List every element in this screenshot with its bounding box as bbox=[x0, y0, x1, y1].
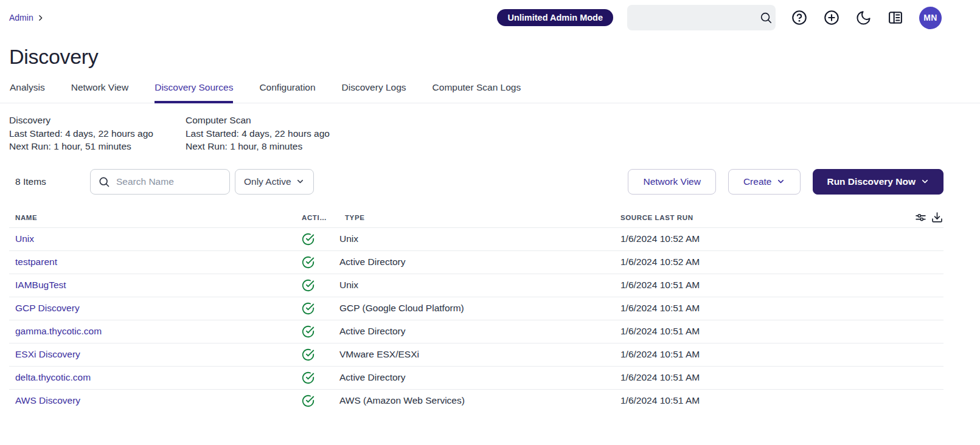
chevron-down-icon bbox=[776, 177, 785, 186]
source-type: Active Directory bbox=[339, 326, 620, 337]
column-header-type[interactable]: TYPE bbox=[339, 214, 620, 221]
export-button[interactable] bbox=[931, 211, 944, 224]
check-circle-icon bbox=[302, 302, 315, 315]
schedule-block-discovery: DiscoveryLast Started: 4 days, 22 hours … bbox=[9, 114, 186, 153]
check-circle-icon bbox=[302, 325, 315, 338]
tab-discovery-sources[interactable]: Discovery Sources bbox=[155, 76, 233, 103]
source-type: AWS (Amazon Web Services) bbox=[339, 395, 620, 406]
moon-icon bbox=[855, 10, 872, 26]
check-circle-icon bbox=[302, 256, 315, 269]
create-new-button[interactable] bbox=[823, 9, 840, 26]
search-icon bbox=[759, 11, 773, 24]
tab-network-view[interactable]: Network View bbox=[71, 76, 128, 103]
source-last-run: 1/6/2024 10:51 AM bbox=[620, 395, 903, 406]
column-header-active[interactable]: ACTI… bbox=[296, 214, 339, 221]
tab-analysis[interactable]: Analysis bbox=[10, 76, 45, 103]
search-icon bbox=[98, 176, 110, 188]
source-name-link[interactable]: GCP Discovery bbox=[15, 303, 80, 313]
schedule-summary: DiscoveryLast Started: 4 days, 22 hours … bbox=[9, 114, 980, 153]
only-active-filter[interactable]: Only Active bbox=[235, 169, 314, 195]
items-count: 8 Items bbox=[15, 176, 90, 187]
source-type: Unix bbox=[339, 280, 620, 291]
schedule-last-started: Last Started: 4 days, 22 hours ago bbox=[186, 127, 362, 140]
source-last-run: 1/6/2024 10:51 AM bbox=[620, 326, 903, 337]
source-last-run: 1/6/2024 10:52 AM bbox=[620, 257, 903, 267]
source-last-run: 1/6/2024 10:51 AM bbox=[620, 349, 903, 360]
run-discovery-now-label: Run Discovery Now bbox=[827, 176, 916, 187]
source-name-link[interactable]: testparent bbox=[15, 257, 57, 267]
create-button[interactable]: Create bbox=[728, 169, 801, 195]
source-last-run: 1/6/2024 10:52 AM bbox=[620, 233, 903, 244]
create-button-label: Create bbox=[743, 176, 772, 187]
check-circle-icon bbox=[302, 371, 315, 384]
source-name-link[interactable]: delta.thycotic.com bbox=[15, 372, 91, 382]
network-view-button[interactable]: Network View bbox=[628, 169, 715, 195]
source-name-link[interactable]: AWS Discovery bbox=[15, 395, 80, 405]
source-last-run: 1/6/2024 10:51 AM bbox=[620, 372, 903, 383]
only-active-filter-label: Only Active bbox=[244, 176, 291, 187]
global-search-box[interactable] bbox=[627, 5, 776, 30]
tab-configuration[interactable]: Configuration bbox=[259, 76, 315, 103]
schedule-title: Discovery bbox=[9, 114, 186, 127]
tab-computer-scan-logs[interactable]: Computer Scan Logs bbox=[433, 76, 521, 103]
column-filter-icon bbox=[914, 211, 927, 224]
plus-circle-icon bbox=[823, 9, 840, 26]
schedule-next-run: Next Run: 1 hour, 51 minutes bbox=[9, 140, 186, 153]
column-header-source-last-run[interactable]: SOURCE LAST RUN bbox=[620, 214, 903, 221]
table-row: UnixUnix1/6/2024 10:52 AM bbox=[9, 227, 944, 250]
table-row: ESXi DiscoveryVMware ESX/ESXi1/6/2024 10… bbox=[9, 343, 944, 366]
source-type: GCP (Google Cloud Platform) bbox=[339, 303, 620, 314]
source-name-link[interactable]: gamma.thycotic.com bbox=[15, 326, 102, 336]
check-circle-icon bbox=[302, 348, 315, 361]
schedule-next-run: Next Run: 1 hour, 8 minutes bbox=[186, 140, 362, 153]
name-search-input[interactable] bbox=[115, 176, 223, 188]
breadcrumb-admin-link[interactable]: Admin bbox=[9, 13, 33, 22]
breadcrumb[interactable]: Admin bbox=[9, 13, 44, 22]
source-type: Unix bbox=[339, 233, 620, 244]
tab-discovery-logs[interactable]: Discovery Logs bbox=[342, 76, 406, 103]
topbar: Admin Unlimited Admin Mode bbox=[0, 0, 980, 35]
chevron-right-icon bbox=[36, 14, 44, 22]
chevron-down-icon bbox=[920, 177, 930, 186]
column-settings-button[interactable] bbox=[914, 211, 927, 224]
dark-mode-toggle[interactable] bbox=[855, 10, 872, 26]
chevron-down-icon bbox=[296, 177, 305, 186]
discovery-sources-table: NAME ACTI… TYPE SOURCE LAST RUN UnixUnix… bbox=[0, 208, 980, 412]
page-title: Discovery bbox=[9, 45, 980, 69]
name-search-box[interactable] bbox=[90, 169, 230, 195]
source-name-link[interactable]: ESXi Discovery bbox=[15, 349, 80, 359]
source-last-run: 1/6/2024 10:51 AM bbox=[620, 280, 903, 291]
table-row: AWS DiscoveryAWS (Amazon Web Services)1/… bbox=[9, 389, 944, 412]
schedule-title: Computer Scan bbox=[186, 114, 362, 127]
help-icon bbox=[791, 9, 808, 26]
run-discovery-now-button[interactable]: Run Discovery Now bbox=[813, 169, 944, 195]
source-type: VMware ESX/ESXi bbox=[339, 349, 620, 360]
global-search-input[interactable] bbox=[636, 12, 759, 24]
table-header-row: NAME ACTI… TYPE SOURCE LAST RUN bbox=[9, 208, 944, 227]
check-circle-icon bbox=[302, 395, 315, 407]
schedule-block-computer-scan: Computer ScanLast Started: 4 days, 22 ho… bbox=[186, 114, 362, 153]
table-row: IAMBugTestUnix1/6/2024 10:51 AM bbox=[9, 274, 944, 297]
unlimited-admin-mode-badge[interactable]: Unlimited Admin Mode bbox=[497, 9, 613, 26]
side-panel-toggle[interactable] bbox=[887, 9, 904, 26]
download-icon bbox=[931, 211, 944, 224]
table-row: delta.thycotic.comActive Directory1/6/20… bbox=[9, 366, 944, 389]
source-name-link[interactable]: Unix bbox=[15, 233, 34, 244]
table-toolbar: 8 Items Only Active Network View Create … bbox=[0, 169, 980, 195]
source-name-link[interactable]: IAMBugTest bbox=[15, 280, 66, 290]
tab-bar: AnalysisNetwork ViewDiscovery SourcesCon… bbox=[0, 76, 980, 103]
table-body: UnixUnix1/6/2024 10:52 AMtestparentActiv… bbox=[9, 227, 944, 412]
table-row: testparentActive Directory1/6/2024 10:52… bbox=[9, 250, 944, 274]
table-row: gamma.thycotic.comActive Directory1/6/20… bbox=[9, 320, 944, 343]
source-type: Active Directory bbox=[339, 372, 620, 383]
panel-list-icon bbox=[887, 9, 904, 26]
source-last-run: 1/6/2024 10:51 AM bbox=[620, 303, 903, 314]
check-circle-icon bbox=[302, 279, 315, 292]
check-circle-icon bbox=[302, 233, 315, 246]
source-type: Active Directory bbox=[339, 257, 620, 267]
help-button[interactable] bbox=[791, 9, 808, 26]
table-row: GCP DiscoveryGCP (Google Cloud Platform)… bbox=[9, 297, 944, 320]
user-avatar[interactable]: MN bbox=[919, 7, 942, 29]
column-header-name[interactable]: NAME bbox=[9, 214, 296, 221]
schedule-last-started: Last Started: 4 days, 22 hours ago bbox=[9, 127, 186, 140]
